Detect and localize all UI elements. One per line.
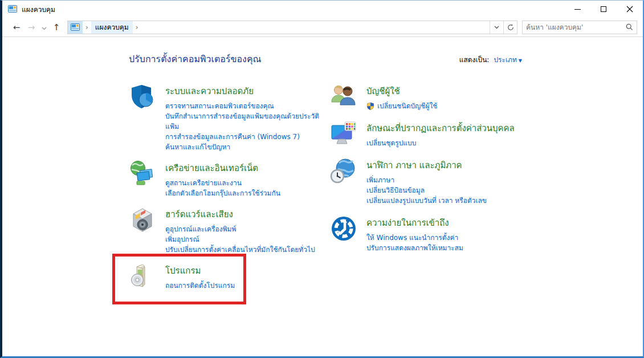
category-system-security: ระบบและความปลอดภัย ตรวจทานสถานะคอมพิวเตอ…	[129, 83, 330, 152]
task-link[interactable]: ดูสถานะเครือข่ายและงาน	[165, 178, 280, 188]
search-box[interactable]	[522, 21, 637, 34]
breadcrumb-chevron[interactable]: ›	[133, 23, 141, 31]
task-link[interactable]: เปลี่ยนชนิดบัญชีผู้ใช้	[366, 101, 437, 111]
category-links-user-accounts: เปลี่ยนชนิดบัญชีผู้ใช้	[366, 101, 437, 111]
task-link[interactable]: เปลี่ยนวิธีป้อนข้อมูล	[366, 185, 487, 196]
view-by-control: แสดงเป็น:ประเภท▼	[459, 54, 522, 65]
main-content: ปรับการตั้งค่าคอมพิวเตอร์ของคุณ แสดงเป็น…	[2, 37, 522, 299]
breadcrumb-control-panel[interactable]: แผงควบคุม	[91, 21, 133, 34]
category-title-system-security[interactable]: ระบบและความปลอดภัย	[165, 84, 330, 98]
close-button[interactable]	[617, 1, 643, 18]
chevron-down-icon	[42, 27, 47, 30]
category-links-network-internet: ดูสถานะเครือข่ายและงานเลือกตัวเลือกโฮมกร…	[165, 178, 280, 198]
task-link[interactable]: ค้นหาและแก้ไขปัญหา	[165, 142, 330, 152]
category-title-user-accounts[interactable]: บัญชีผู้ใช้	[366, 84, 437, 98]
chevron-down-icon	[494, 26, 499, 29]
category-links-ease-of-access: ให้ Windows แนะนำการตั้งค่าปรับการแสดงผล…	[366, 233, 463, 253]
appearance-personalization-icon	[330, 120, 357, 148]
search-input[interactable]	[526, 23, 626, 31]
search-icon[interactable]	[626, 23, 633, 31]
category-title-appearance-personalization[interactable]: ลักษณะที่ปรากฏและการตั้งค่าส่วนบุคคล	[366, 121, 515, 135]
category-title-ease-of-access[interactable]: ความง่ายในการเข้าถึง	[366, 216, 463, 230]
task-link[interactable]: เลือกตัวเลือกโฮมกรุ๊ปและการใช้ร่วมกัน	[165, 188, 280, 198]
control-panel-icon	[8, 5, 17, 14]
refresh-icon	[507, 24, 514, 31]
address-bar[interactable]: › แผงควบคุม ›	[67, 21, 517, 34]
user-accounts-icon	[330, 83, 357, 111]
category-hardware-sound: ฮาร์ดแวร์และเสียง ดูอุปกรณ์และเครื่องพิม…	[129, 206, 330, 255]
category-programs: โปรแกรม ถอนการติดตั้งโปรแกรม	[129, 263, 330, 291]
category-title-programs[interactable]: โปรแกรม	[165, 264, 235, 278]
task-link[interactable]: เปลี่ยนแปลงรูปแบบวันที่ เวลา หรือตัวเลข	[366, 196, 487, 206]
task-link[interactable]: การสำรองข้อมูลและการคืนค่า (Windows 7)	[165, 132, 330, 142]
titlebar: แผงควบคุม	[2, 1, 643, 18]
window-title: แผงควบคุม	[22, 4, 55, 15]
breadcrumb-chevron[interactable]: ›	[83, 23, 91, 31]
task-link[interactable]: บันทึกสำเนาการสำรองข้อมูลแฟ้มของคุณด้วยป…	[165, 111, 330, 132]
task-link[interactable]: เปลี่ยนชุดรูปแบบ	[366, 138, 515, 148]
system-security-icon	[129, 83, 156, 111]
maximize-icon	[601, 6, 606, 12]
address-dropdown-button[interactable]	[490, 21, 503, 34]
caret-down-icon: ▼	[519, 58, 522, 63]
category-network-internet: เครือข่ายและอินเทอร์เน็ต ดูสถานะเครือข่า…	[129, 160, 330, 198]
task-link[interactable]: ดูอุปกรณ์และเครื่องพิมพ์	[165, 224, 315, 234]
minimize-button[interactable]	[564, 1, 590, 18]
refresh-button[interactable]	[503, 21, 517, 34]
hardware-sound-icon	[129, 206, 156, 234]
categories-right-column: บัญชีผู้ใช้ เปลี่ยนชนิดบัญชีผู้ใช้ ลักษณ…	[330, 83, 522, 299]
categories-left-column: ระบบและความปลอดภัย ตรวจทานสถานะคอมพิวเตอ…	[129, 83, 330, 299]
task-link[interactable]: เพิ่มภาษา	[366, 175, 487, 185]
category-title-clock-language-region[interactable]: นาฬิกา ภาษา และภูมิภาค	[366, 158, 487, 172]
task-link[interactable]: เพิ่มอุปกรณ์	[165, 234, 315, 245]
task-link[interactable]: ตรวจทานสถานะคอมพิวเตอร์ของคุณ	[165, 101, 330, 111]
category-links-appearance-personalization: เปลี่ยนชุดรูปแบบ	[366, 138, 515, 148]
category-ease-of-access: ความง่ายในการเข้าถึง ให้ Windows แนะนำกา…	[330, 215, 522, 253]
page-title: ปรับการตั้งค่าคอมพิวเตอร์ของคุณ	[129, 52, 261, 66]
up-button[interactable]: ↑	[49, 22, 64, 32]
category-title-hardware-sound[interactable]: ฮาร์ดแวร์และเสียง	[165, 208, 315, 221]
view-by-selector[interactable]: ประเภท▼	[494, 56, 522, 64]
category-links-clock-language-region: เพิ่มภาษาเปลี่ยนวิธีป้อนข้อมูลเปลี่ยนแปล…	[366, 175, 487, 206]
forward-button[interactable]: →	[24, 22, 39, 32]
category-user-accounts: บัญชีผู้ใช้ เปลี่ยนชนิดบัญชีผู้ใช้	[330, 83, 522, 111]
ease-of-access-icon	[330, 215, 357, 242]
category-links-hardware-sound: ดูอุปกรณ์และเครื่องพิมพ์เพิ่มอุปกรณ์ปรับ…	[165, 224, 315, 255]
close-icon	[626, 6, 633, 13]
task-link[interactable]: ปรับเปลี่ยนการตั้งค่าเคลื่อนไหวที่มักใช้…	[165, 245, 315, 255]
category-appearance-personalization: ลักษณะที่ปรากฏและการตั้งค่าส่วนบุคคล เปล…	[330, 120, 522, 148]
category-links-programs: ถอนการติดตั้งโปรแกรม	[165, 280, 235, 291]
category-links-system-security: ตรวจทานสถานะคอมพิวเตอร์ของคุณบันทึกสำเนา…	[165, 101, 330, 152]
minimize-icon	[574, 9, 581, 10]
clock-language-region-icon	[330, 157, 357, 185]
task-link[interactable]: ปรับการแสดงผลภาพให้เหมาะสม	[366, 243, 463, 253]
task-link[interactable]: ให้ Windows แนะนำการตั้งค่า	[366, 233, 463, 243]
category-clock-language-region: นาฬิกา ภาษา และภูมิภาค เพิ่มภาษาเปลี่ยนว…	[330, 157, 522, 206]
maximize-button[interactable]	[590, 1, 617, 18]
navigation-bar: ← → ↑ › แผงควบคุม ›	[2, 18, 643, 37]
control-panel-window: แผงควบคุม ← → ↑ › แผงควบคุม ›	[0, 0, 644, 358]
category-title-network-internet[interactable]: เครือข่ายและอินเทอร์เน็ต	[165, 161, 280, 175]
task-link[interactable]: ถอนการติดตั้งโปรแกรม	[165, 280, 235, 291]
breadcrumb-root-icon[interactable]	[68, 21, 83, 34]
network-internet-icon	[129, 160, 156, 188]
back-button[interactable]: ←	[9, 22, 24, 32]
uac-shield-icon	[366, 102, 374, 110]
view-by-label: แสดงเป็น:	[459, 56, 490, 64]
recent-pages-dropdown[interactable]	[39, 22, 49, 32]
programs-icon	[129, 263, 156, 290]
